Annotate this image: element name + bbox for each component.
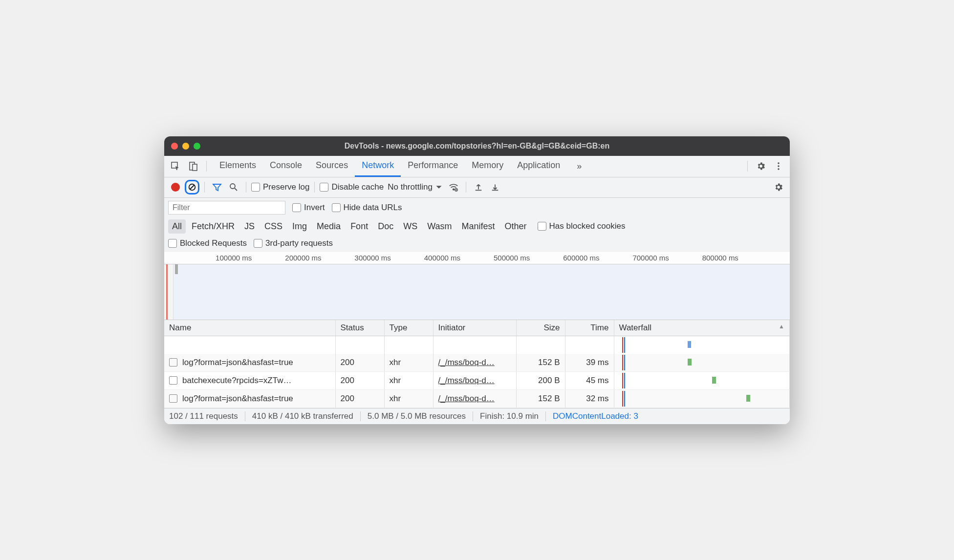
filter-type-media[interactable]: Media [313, 219, 345, 234]
col-waterfall[interactable]: Waterfall [614, 320, 790, 336]
timeline-tick: 600000 ms [563, 254, 599, 262]
network-settings-icon[interactable] [771, 180, 786, 194]
svg-point-3 [778, 162, 780, 164]
filter-type-all[interactable]: All [168, 219, 186, 234]
tab-performance[interactable]: Performance [401, 155, 465, 177]
invert-checkbox[interactable]: Invert [292, 203, 325, 213]
disable-cache-label: Disable cache [331, 182, 384, 192]
cell-size: 200 B [516, 371, 565, 389]
filter-toggle-icon[interactable] [210, 180, 224, 194]
kebab-menu-icon[interactable] [771, 159, 786, 173]
blocked-requests-checkbox[interactable]: Blocked Requests [168, 238, 247, 248]
tab-network[interactable]: Network [355, 155, 401, 177]
filter-bar: Invert Hide data URLs AllFetch/XHRJSCSSI… [164, 198, 790, 252]
filter-type-manifest[interactable]: Manifest [458, 219, 499, 234]
tab-sources[interactable]: Sources [309, 155, 355, 177]
svg-line-7 [190, 185, 195, 190]
filter-type-fetchxhr[interactable]: Fetch/XHR [188, 219, 238, 234]
timeline-overview[interactable]: 100000 ms200000 ms300000 ms400000 ms5000… [164, 252, 790, 320]
tab-memory[interactable]: Memory [465, 155, 510, 177]
tab-elements[interactable]: Elements [213, 155, 263, 177]
filter-type-doc[interactable]: Doc [374, 219, 397, 234]
tabs-overflow-icon[interactable]: » [570, 156, 588, 176]
timeline-tick: 500000 ms [494, 254, 530, 262]
cell-time: 39 ms [565, 354, 614, 372]
table-header-row: Name Status Type Initiator Size Time Wat… [164, 320, 790, 336]
timeline-tick: 400000 ms [424, 254, 460, 262]
filter-type-wasm[interactable]: Wasm [423, 219, 455, 234]
svg-point-8 [230, 184, 235, 189]
cell-initiator: /_/mss/boq-d… [433, 371, 516, 389]
cell-waterfall [614, 371, 790, 389]
timeline-tick: 200000 ms [285, 254, 321, 262]
devtools-window: DevTools - news.google.com/topstories?hl… [164, 136, 790, 424]
cell-size: 152 B [516, 354, 565, 372]
status-resources: 5.0 MB / 5.0 MB resources [368, 411, 466, 421]
cell-initiator: /_/mss/boq-d… [433, 354, 516, 372]
cell-initiator: /_/mss/boq-d… [433, 389, 516, 408]
divider [246, 182, 246, 193]
col-initiator[interactable]: Initiator [433, 320, 516, 336]
divider [204, 182, 205, 193]
minimize-window-button[interactable] [182, 143, 189, 150]
cell-time: 32 ms [565, 389, 614, 408]
network-conditions-icon[interactable] [446, 180, 461, 194]
timeline-tick: 300000 ms [355, 254, 391, 262]
col-type[interactable]: Type [384, 320, 433, 336]
window-controls [171, 143, 200, 150]
preserve-log-checkbox[interactable]: Preserve log [251, 182, 309, 192]
download-har-icon[interactable] [488, 180, 502, 194]
throttling-select[interactable]: No throttling [386, 182, 444, 192]
clear-button[interactable] [185, 180, 199, 194]
svg-rect-13 [492, 190, 499, 191]
filter-type-js[interactable]: JS [240, 219, 259, 234]
divider [206, 161, 207, 172]
requests-table: Name Status Type Initiator Size Time Wat… [164, 320, 790, 408]
device-toggle-icon[interactable] [186, 159, 200, 173]
table-row[interactable]: log?format=json&hasfast=true200xhr/_/mss… [164, 354, 790, 372]
col-time[interactable]: Time [565, 320, 614, 336]
svg-line-9 [235, 188, 237, 191]
filter-type-img[interactable]: Img [288, 219, 311, 234]
col-size[interactable]: Size [516, 320, 565, 336]
filter-type-css[interactable]: CSS [260, 219, 286, 234]
throttling-value: No throttling [388, 182, 433, 192]
filter-type-other[interactable]: Other [501, 219, 531, 234]
search-icon[interactable] [226, 180, 241, 194]
table-row[interactable]: batchexecute?rpcids=xZTw…200xhr/_/mss/bo… [164, 371, 790, 389]
divider [747, 161, 748, 172]
filter-input[interactable] [168, 201, 285, 215]
col-name[interactable]: Name [164, 320, 335, 336]
record-button[interactable] [168, 180, 183, 194]
timeline-tick: 800000 ms [702, 254, 738, 262]
svg-point-10 [453, 189, 455, 190]
window-title: DevTools - news.google.com/topstories?hl… [171, 142, 783, 151]
timeline-tick: 100000 ms [216, 254, 252, 262]
close-window-button[interactable] [171, 143, 178, 150]
status-domcontentloaded: DOMContentLoaded: 3 [553, 411, 638, 421]
table-row[interactable]: log?format=json&hasfast=true200xhr/_/mss… [164, 389, 790, 408]
hide-data-urls-checkbox[interactable]: Hide data URLs [332, 203, 402, 213]
settings-icon[interactable] [754, 159, 768, 173]
table-row-empty [164, 336, 790, 354]
svg-rect-2 [193, 164, 197, 171]
filter-type-font[interactable]: Font [347, 219, 372, 234]
maximize-window-button[interactable] [194, 143, 200, 150]
cell-status: 200 [335, 354, 384, 372]
titlebar: DevTools - news.google.com/topstories?hl… [164, 136, 790, 156]
cell-waterfall [614, 354, 790, 372]
filter-type-ws[interactable]: WS [399, 219, 421, 234]
col-status[interactable]: Status [335, 320, 384, 336]
tab-console[interactable]: Console [263, 155, 309, 177]
cell-status: 200 [335, 371, 384, 389]
has-blocked-cookies-checkbox[interactable]: Has blocked cookies [538, 221, 626, 231]
network-toolbar: Preserve log Disable cache No throttling [164, 177, 790, 198]
disable-cache-checkbox[interactable]: Disable cache [320, 182, 384, 192]
tab-application[interactable]: Application [510, 155, 567, 177]
inspect-icon[interactable] [168, 159, 183, 173]
preserve-log-label: Preserve log [263, 182, 309, 192]
cell-waterfall [614, 389, 790, 408]
upload-har-icon[interactable] [471, 180, 486, 194]
third-party-checkbox[interactable]: 3rd-party requests [254, 238, 333, 248]
status-transferred: 410 kB / 410 kB transferred [252, 411, 353, 421]
